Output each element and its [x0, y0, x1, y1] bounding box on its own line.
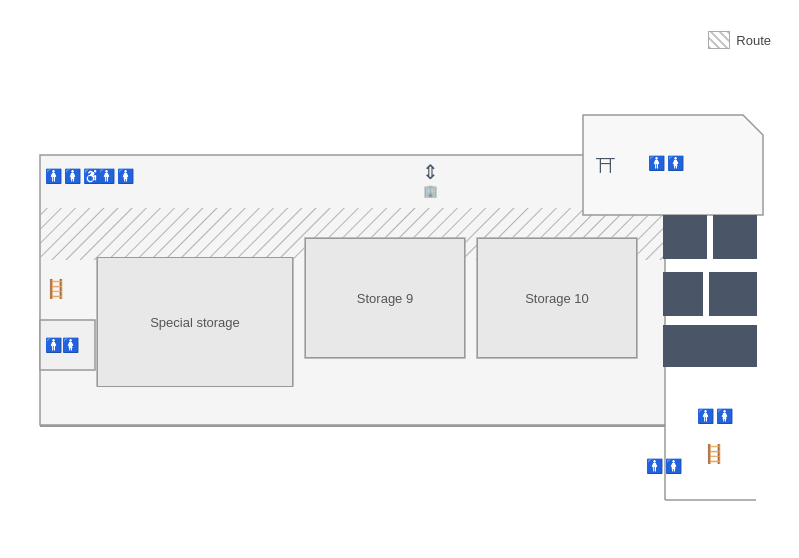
person-icon-2: 🚺	[64, 168, 81, 184]
person-icon-1: 🚹	[45, 168, 62, 184]
stairs-icon-left: 🪜	[45, 278, 67, 300]
person-icon-8: 🚹	[45, 337, 62, 353]
elevator-symbol-top: ⇕	[422, 160, 439, 184]
svg-rect-7	[663, 215, 707, 259]
svg-rect-12	[40, 425, 665, 427]
restroom-icon-bottomright: 🚹 🚺	[646, 458, 682, 474]
person-icon-7: 🚺	[667, 155, 684, 171]
elevator-label-top: 🏢	[423, 184, 438, 198]
svg-rect-10	[709, 272, 757, 316]
restroom-icon-group-topleft2: 🚹 🚺	[98, 168, 134, 184]
restroom-icon-group-topleft: 🚹 🚺 ♿	[45, 168, 100, 184]
svg-rect-9	[663, 272, 703, 316]
elevator-icon-top: ⇕ 🏢	[422, 160, 439, 198]
legend-swatch	[708, 31, 730, 49]
svg-rect-8	[713, 215, 757, 259]
entrance-icon-topright: ⛩	[596, 155, 616, 178]
room-special-storage: Special storage	[97, 257, 293, 387]
restroom-icon-topright: 🚹 🚺	[648, 155, 684, 171]
stairs-symbol-left: 🪜	[45, 278, 67, 300]
legend-label: Route	[736, 33, 771, 48]
entrance-symbol: ⛩	[596, 155, 616, 178]
restroom-icon-left: 🚹 🚺	[45, 337, 79, 353]
person-icon-4: 🚹	[98, 168, 115, 184]
person-icon-9: 🚺	[62, 337, 79, 353]
elevator-icon-rightbottom: 🚹 🚺	[697, 408, 733, 424]
person-icon-10: 🚹	[697, 408, 714, 424]
legend: Route	[708, 31, 771, 49]
stairs-icon-rightbottom: 🪜	[703, 443, 725, 465]
person-icon-6: 🚹	[648, 155, 665, 171]
stairs-symbol-rightbottom: 🪜	[703, 443, 725, 465]
room-storage10: Storage 10	[477, 238, 637, 358]
person-icon-12: 🚹	[646, 458, 663, 474]
person-icon-13: 🚺	[665, 458, 682, 474]
person-icon-11: 🚺	[716, 408, 733, 424]
svg-rect-11	[663, 325, 757, 367]
person-icon-5: 🚺	[117, 168, 134, 184]
room-storage9: Storage 9	[305, 238, 465, 358]
